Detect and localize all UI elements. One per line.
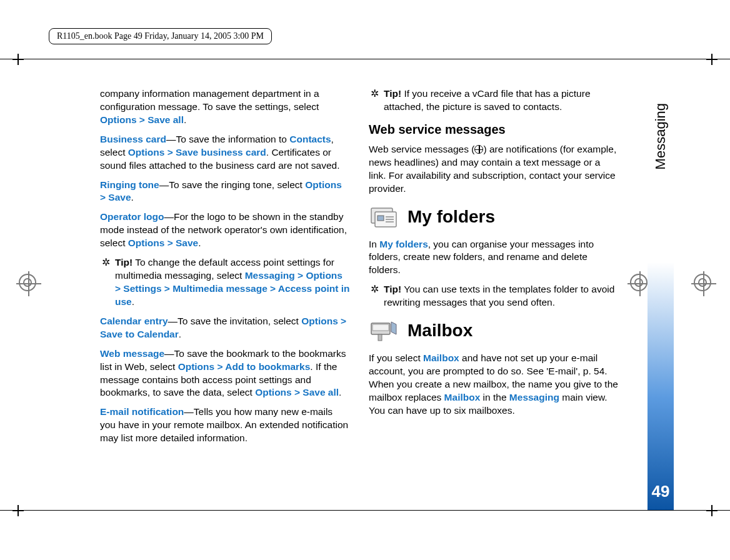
svg-rect-2 [378,216,384,221]
body-text: company information management departmen… [100,88,319,112]
heading-text: Mailbox [408,319,472,342]
tip-label: Tip! [115,257,132,268]
paragraph: Ringing tone—To save the ringing tone, s… [100,179,350,205]
link-messaging: Messaging [509,392,559,402]
side-tab: Messaging 49 [648,59,674,510]
paragraph: Web service messages () are notification… [369,143,619,196]
crop-line-top [0,59,730,59]
tip-block: ✲ Tip! You can use texts in the template… [369,283,619,309]
tip-bulb-icon: ✲ [369,88,380,114]
heading-my-folders: My folders [369,204,619,229]
body-text: —To save the information to [166,134,289,144]
globe-icon [474,145,483,154]
body-text: If you select [369,352,423,363]
folders-icon [369,204,399,229]
tip-text: Tip! You can use texts in the templates … [384,283,619,309]
link-mailbox: Mailbox [423,352,459,363]
paragraph: Calendar entry—To save the invitation, s… [100,315,350,341]
tip-text: Tip! If you receive a vCard file that ha… [384,88,619,114]
tip-label: Tip! [384,284,401,294]
tip-block: ✲ Tip! To change the default access poin… [100,256,350,309]
body-text: If you receive a vCard file that has a p… [384,88,591,112]
term-web-message: Web message [100,348,164,359]
paragraph: Web message—To save the bookmark to the … [100,348,350,400]
registration-target-icon [19,274,36,291]
link-my-folders: My folders [379,239,428,249]
link-contacts: Contacts [289,134,331,144]
body-text: In [369,239,379,249]
page-number: 49 [652,482,670,501]
left-column: company information management departmen… [100,88,350,451]
term-operator-logo: Operator logo [100,211,164,222]
svg-rect-7 [372,324,389,331]
crop-line-bottom [0,510,730,511]
registration-target-icon [630,274,648,291]
paragraph: E-mail notification—Tells you how many n… [100,406,350,445]
menu-path: Options > Save all [100,114,184,125]
tip-label: Tip! [384,88,401,99]
svg-rect-8 [378,334,382,341]
body-text: —To save the ringing tone, select [159,179,306,190]
body-text: —To save the invitation, select [168,316,302,326]
right-column: ✲ Tip! If you receive a vCard file that … [369,88,619,451]
heading-mailbox: Mailbox [369,318,619,343]
paragraph: Operator logo—For the logo to be shown i… [100,211,350,250]
crop-mark [12,54,24,65]
side-tab-label: Messaging [652,103,669,169]
menu-path: Options > Save all [255,387,339,398]
link-mailbox: Mailbox [444,392,481,402]
heading-web-service-messages: Web service messages [369,121,619,138]
page-content: company information management departmen… [100,88,619,451]
body-text: You can use texts in the templates folde… [384,284,614,308]
body-text: . [131,192,134,202]
body-text: . [179,329,181,339]
tip-bulb-icon: ✲ [100,256,111,309]
body-text: . [198,238,201,248]
menu-path: Options > Save business card [128,147,266,158]
crop-mark [12,505,24,516]
body-text: Web service messages ( [369,144,474,154]
paragraph: In My folders, you can organise your mes… [369,238,619,278]
crop-mark [706,505,718,516]
body-text: . [184,114,186,125]
tip-block: ✲ Tip! If you receive a vCard file that … [369,88,619,114]
body-text: . [132,296,134,307]
menu-path: Options > Save [128,238,198,248]
tip-text: Tip! To change the default access point … [115,256,350,309]
term-business-card: Business card [100,134,166,144]
term-calendar-entry: Calendar entry [100,316,168,326]
tip-bulb-icon: ✲ [369,283,380,309]
paragraph: If you select Mailbox and have not set u… [369,352,619,418]
book-info-text: R1105_en.book Page 49 Friday, January 14… [57,31,264,41]
paragraph: company information management departmen… [100,88,350,127]
paragraph: Business card—To save the information to… [100,133,350,172]
menu-path: Options > Add to bookmarks [178,361,311,372]
book-header: R1105_en.book Page 49 Friday, January 14… [49,28,272,44]
body-text: in the [480,392,509,402]
body-text: . [339,387,341,398]
crop-mark [706,54,718,65]
term-email-notification: E-mail notification [100,406,184,417]
heading-text: My folders [408,205,495,229]
term-ringing-tone: Ringing tone [100,179,159,190]
mailbox-icon [369,318,399,343]
registration-target-icon [694,274,711,291]
